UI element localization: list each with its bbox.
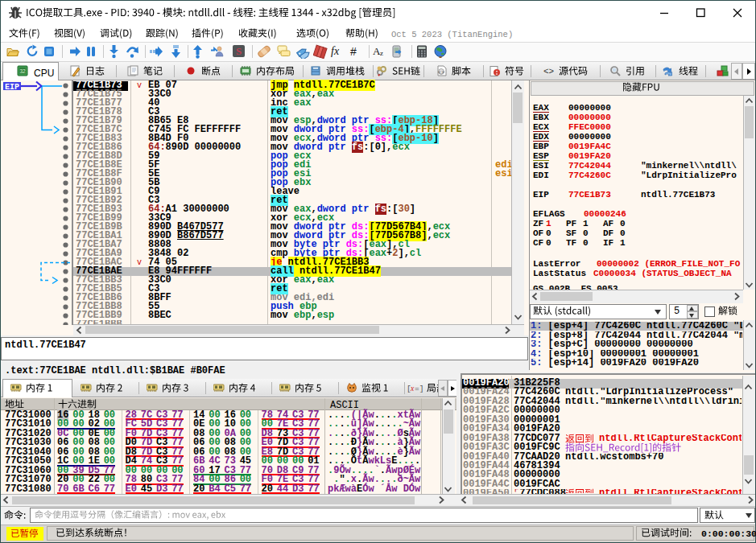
svg-text:32: 32 — [19, 68, 26, 74]
svg-text:S: S — [236, 45, 242, 57]
svg-text:<>: <> — [543, 67, 554, 76]
svg-text:EIP: EIP — [5, 83, 19, 92]
svg-text:fx: fx — [331, 45, 340, 57]
svg-text:#: # — [350, 45, 357, 58]
svg-text:=]: =] — [415, 385, 423, 393]
svg-text:<>: <> — [438, 70, 444, 76]
svg-text:z: z — [380, 49, 383, 57]
